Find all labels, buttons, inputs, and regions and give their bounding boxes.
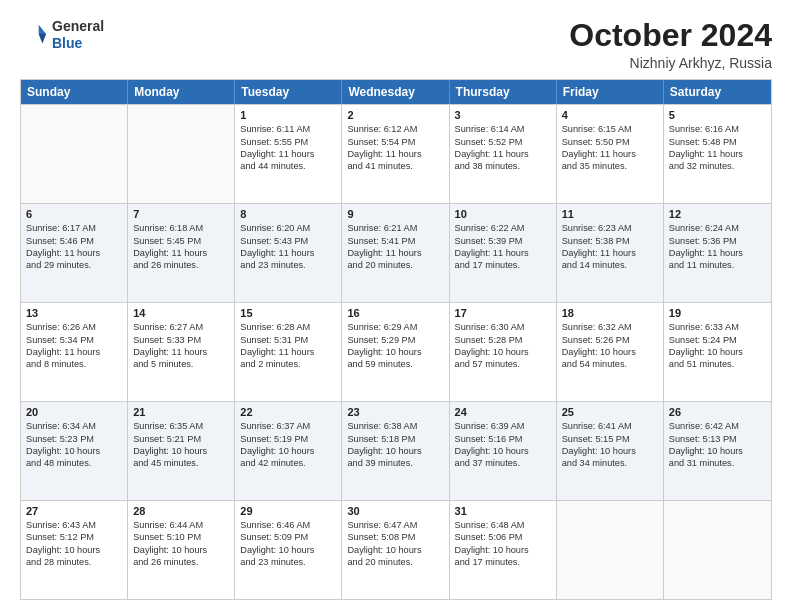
cell-line: and 23 minutes. <box>240 259 336 271</box>
cell-line: Daylight: 11 hours <box>240 247 336 259</box>
cell-line: Sunrise: 6:37 AM <box>240 420 336 432</box>
cell-line: Daylight: 10 hours <box>26 544 122 556</box>
weekday-header-sunday: Sunday <box>21 80 128 104</box>
cell-line: and 23 minutes. <box>240 556 336 568</box>
weekday-header-tuesday: Tuesday <box>235 80 342 104</box>
cell-line: Sunset: 5:50 PM <box>562 136 658 148</box>
cell-line: Daylight: 10 hours <box>240 544 336 556</box>
cell-line: Sunset: 5:31 PM <box>240 334 336 346</box>
cell-line: Sunset: 5:21 PM <box>133 433 229 445</box>
calendar-cell: 21Sunrise: 6:35 AMSunset: 5:21 PMDayligh… <box>128 402 235 500</box>
calendar-row-1: 1Sunrise: 6:11 AMSunset: 5:55 PMDaylight… <box>21 104 771 203</box>
cell-line: Sunrise: 6:44 AM <box>133 519 229 531</box>
cell-line: Sunrise: 6:11 AM <box>240 123 336 135</box>
weekday-header-monday: Monday <box>128 80 235 104</box>
calendar-cell: 24Sunrise: 6:39 AMSunset: 5:16 PMDayligh… <box>450 402 557 500</box>
cell-line: Sunrise: 6:33 AM <box>669 321 766 333</box>
cell-line: Sunrise: 6:26 AM <box>26 321 122 333</box>
logo-text: General Blue <box>52 18 104 52</box>
cell-line: Sunrise: 6:43 AM <box>26 519 122 531</box>
cell-line: Daylight: 11 hours <box>26 346 122 358</box>
cell-line: Sunrise: 6:20 AM <box>240 222 336 234</box>
cell-line: and 20 minutes. <box>347 259 443 271</box>
day-number: 7 <box>133 208 229 220</box>
calendar-cell: 20Sunrise: 6:34 AMSunset: 5:23 PMDayligh… <box>21 402 128 500</box>
cell-line: Sunset: 5:45 PM <box>133 235 229 247</box>
day-number: 3 <box>455 109 551 121</box>
cell-line: Daylight: 11 hours <box>669 148 766 160</box>
calendar-cell: 25Sunrise: 6:41 AMSunset: 5:15 PMDayligh… <box>557 402 664 500</box>
calendar-cell: 15Sunrise: 6:28 AMSunset: 5:31 PMDayligh… <box>235 303 342 401</box>
cell-line: Sunset: 5:39 PM <box>455 235 551 247</box>
cell-line: Daylight: 11 hours <box>562 148 658 160</box>
day-number: 9 <box>347 208 443 220</box>
cell-line: Sunset: 5:54 PM <box>347 136 443 148</box>
cell-line: Sunset: 5:26 PM <box>562 334 658 346</box>
day-number: 8 <box>240 208 336 220</box>
day-number: 13 <box>26 307 122 319</box>
cell-line: and 45 minutes. <box>133 457 229 469</box>
cell-line: Daylight: 10 hours <box>347 445 443 457</box>
cell-line: Daylight: 10 hours <box>669 445 766 457</box>
cell-line: Sunset: 5:28 PM <box>455 334 551 346</box>
calendar-cell: 22Sunrise: 6:37 AMSunset: 5:19 PMDayligh… <box>235 402 342 500</box>
weekday-header-thursday: Thursday <box>450 80 557 104</box>
calendar-cell: 27Sunrise: 6:43 AMSunset: 5:12 PMDayligh… <box>21 501 128 599</box>
calendar-cell: 8Sunrise: 6:20 AMSunset: 5:43 PMDaylight… <box>235 204 342 302</box>
weekday-header-saturday: Saturday <box>664 80 771 104</box>
calendar-row-5: 27Sunrise: 6:43 AMSunset: 5:12 PMDayligh… <box>21 500 771 599</box>
calendar-cell: 17Sunrise: 6:30 AMSunset: 5:28 PMDayligh… <box>450 303 557 401</box>
cell-line: and 44 minutes. <box>240 160 336 172</box>
day-number: 28 <box>133 505 229 517</box>
cell-line: Sunset: 5:33 PM <box>133 334 229 346</box>
cell-line: Daylight: 10 hours <box>562 445 658 457</box>
calendar-cell: 3Sunrise: 6:14 AMSunset: 5:52 PMDaylight… <box>450 105 557 203</box>
logo-icon <box>20 21 48 49</box>
day-number: 17 <box>455 307 551 319</box>
cell-line: Daylight: 11 hours <box>133 247 229 259</box>
cell-line: Sunset: 5:48 PM <box>669 136 766 148</box>
calendar-cell: 19Sunrise: 6:33 AMSunset: 5:24 PMDayligh… <box>664 303 771 401</box>
cell-line: Daylight: 10 hours <box>562 346 658 358</box>
calendar-cell: 26Sunrise: 6:42 AMSunset: 5:13 PMDayligh… <box>664 402 771 500</box>
day-number: 5 <box>669 109 766 121</box>
calendar-cell: 14Sunrise: 6:27 AMSunset: 5:33 PMDayligh… <box>128 303 235 401</box>
calendar-cell: 12Sunrise: 6:24 AMSunset: 5:36 PMDayligh… <box>664 204 771 302</box>
calendar-body: 1Sunrise: 6:11 AMSunset: 5:55 PMDaylight… <box>21 104 771 599</box>
calendar-cell <box>21 105 128 203</box>
cell-line: Daylight: 11 hours <box>240 346 336 358</box>
cell-line: Daylight: 11 hours <box>562 247 658 259</box>
day-number: 4 <box>562 109 658 121</box>
day-number: 15 <box>240 307 336 319</box>
day-number: 12 <box>669 208 766 220</box>
calendar-row-4: 20Sunrise: 6:34 AMSunset: 5:23 PMDayligh… <box>21 401 771 500</box>
day-number: 31 <box>455 505 551 517</box>
day-number: 24 <box>455 406 551 418</box>
day-number: 19 <box>669 307 766 319</box>
cell-line: and 17 minutes. <box>455 259 551 271</box>
cell-line: Daylight: 11 hours <box>133 346 229 358</box>
day-number: 18 <box>562 307 658 319</box>
calendar-cell: 7Sunrise: 6:18 AMSunset: 5:45 PMDaylight… <box>128 204 235 302</box>
title-block: October 2024 Nizhniy Arkhyz, Russia <box>569 18 772 71</box>
cell-line: Sunset: 5:34 PM <box>26 334 122 346</box>
cell-line: Sunrise: 6:21 AM <box>347 222 443 234</box>
svg-marker-0 <box>39 25 46 34</box>
cell-line: Daylight: 10 hours <box>455 544 551 556</box>
cell-line: Sunrise: 6:38 AM <box>347 420 443 432</box>
day-number: 16 <box>347 307 443 319</box>
cell-line: Sunset: 5:19 PM <box>240 433 336 445</box>
location-subtitle: Nizhniy Arkhyz, Russia <box>569 55 772 71</box>
cell-line: Sunrise: 6:29 AM <box>347 321 443 333</box>
calendar-cell: 28Sunrise: 6:44 AMSunset: 5:10 PMDayligh… <box>128 501 235 599</box>
cell-line: and 29 minutes. <box>26 259 122 271</box>
cell-line: Sunset: 5:29 PM <box>347 334 443 346</box>
cell-line: Sunset: 5:13 PM <box>669 433 766 445</box>
cell-line: and 42 minutes. <box>240 457 336 469</box>
day-number: 26 <box>669 406 766 418</box>
cell-line: Sunrise: 6:39 AM <box>455 420 551 432</box>
cell-line: Sunrise: 6:22 AM <box>455 222 551 234</box>
day-number: 25 <box>562 406 658 418</box>
cell-line: Daylight: 11 hours <box>455 148 551 160</box>
cell-line: and 54 minutes. <box>562 358 658 370</box>
